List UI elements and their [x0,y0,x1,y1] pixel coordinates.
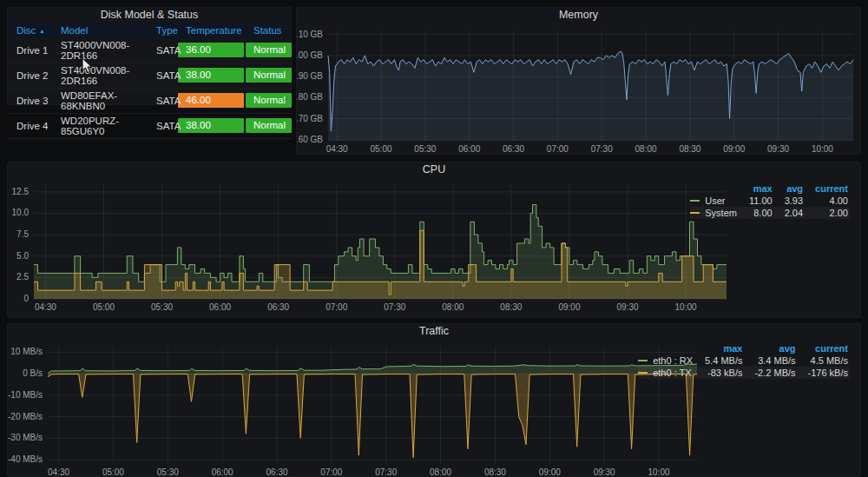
legend-column-max[interactable]: max [739,182,774,195]
svg-text:06:30: 06:30 [267,302,289,312]
panel-title-traffic[interactable]: Traffic [8,324,860,339]
table-row: Drive 1ST4000VN008-2DR166SATA36.00Normal [8,38,293,63]
cell-temperature: 38.00 [177,63,245,89]
legend-spacer [638,342,694,354]
legend-value: -83 kB/s [694,367,744,379]
svg-text:08:30: 08:30 [484,467,506,477]
legend-series-eth0-tx[interactable]: eth0 : TX [638,367,694,379]
cell-disc: Drive 2 [8,63,52,89]
legend-column-current[interactable]: current [805,182,850,195]
legend-value: 4.5 MB/s [798,354,850,367]
memory-chart[interactable]: 2.60 GB2.70 GB2.80 GB2.90 GB3.00 GB3.10 … [297,23,860,154]
svg-text:3.10 GB: 3.10 GB [297,30,323,39]
svg-text:05:00: 05:00 [93,302,115,312]
svg-text:-20 MB/s: -20 MB/s [8,412,43,421]
grafana-dashboard: Disk Model & Status Disc▴ModelTypeTemper… [0,0,868,477]
sort-asc-icon: ▴ [40,27,43,35]
cell-type: SATA [148,63,177,89]
svg-text:09:00: 09:00 [723,144,745,154]
svg-text:04:30: 04:30 [48,467,69,477]
svg-text:0 B/s: 0 B/s [23,368,43,378]
series-color-icon [690,212,700,214]
cell-status: Normal [245,38,293,63]
svg-text:2.90 GB: 2.90 GB [297,71,323,81]
svg-text:-40 MB/s: -40 MB/s [8,454,43,464]
svg-text:04:30: 04:30 [35,302,56,312]
svg-text:-10 MB/s: -10 MB/s [8,390,43,400]
cell-model: ST4000VN008-2DR166 [52,38,148,63]
svg-text:10:00: 10:00 [648,467,669,477]
svg-text:09:30: 09:30 [594,467,615,477]
panel-traffic: Traffic 10 MB/s0 B/s-10 MB/s-20 MB/s-30 … [7,323,861,477]
traffic-legend: maxavgcurrenteth0 : RX5.4 MB/s3.4 MB/s4.… [638,342,850,379]
svg-text:05:30: 05:30 [157,467,179,477]
cell-type: SATA [148,89,177,114]
panel-title-memory[interactable]: Memory [297,8,860,23]
legend-column-current[interactable]: current [798,342,850,354]
series-color-icon [638,360,648,361]
cell-status: Normal [245,114,293,139]
column-header-disc[interactable]: Disc▴ [8,23,52,38]
svg-text:09:30: 09:30 [767,144,789,154]
svg-text:05:00: 05:00 [102,467,124,477]
cell-type: SATA [148,38,177,63]
cell-model: WD80EFAX-68KNBN0 [52,89,148,114]
cell-type: SATA [148,114,177,139]
legend-value: -176 kB/s [798,367,850,379]
svg-text:06:30: 06:30 [503,144,524,154]
column-header-status[interactable]: Status [245,23,293,38]
legend-column-max[interactable]: max [694,342,744,354]
legend-value: 3.4 MB/s [744,354,797,367]
svg-text:06:00: 06:00 [209,302,231,312]
svg-text:09:00: 09:00 [539,467,561,477]
cell-disc: Drive 3 [8,89,52,114]
svg-text:08:30: 08:30 [679,144,700,154]
cell-disc: Drive 4 [8,114,52,139]
legend-row: System8.002.042.00 [690,207,850,219]
svg-text:12.5: 12.5 [12,187,30,196]
cell-status: Normal [245,63,293,89]
legend-series-system[interactable]: System [690,207,739,219]
svg-text:2.60 GB: 2.60 GB [297,135,323,144]
traffic-chart[interactable]: 10 MB/s0 B/s-10 MB/s-20 MB/s-30 MB/s-40 … [8,339,700,477]
legend-spacer [690,182,739,195]
cpu-chart[interactable]: 02.55.07.510.012.504:3005:0005:3006:0006… [8,177,730,318]
svg-text:08:00: 08:00 [635,144,657,154]
svg-text:10 MB/s: 10 MB/s [10,347,43,356]
table-row: Drive 3WD80EFAX-68KNBN0SATA46.00Normal [8,89,293,114]
svg-text:2.70 GB: 2.70 GB [297,114,323,123]
legend-row: eth0 : TX-83 kB/s-2.2 MB/s-176 kB/s [638,367,850,379]
panel-title-disk[interactable]: Disk Model & Status [8,8,291,23]
legend-series-user[interactable]: User [690,195,739,207]
cell-temperature: 38.00 [177,114,245,139]
svg-text:07:00: 07:00 [547,144,569,154]
legend-column-avg[interactable]: avg [774,182,805,195]
svg-text:08:00: 08:00 [442,302,464,312]
svg-text:06:30: 06:30 [266,467,287,477]
legend-row: User11.003.934.00 [690,195,850,207]
panel-resize-handle-icon[interactable] [282,96,289,103]
panel-title-cpu[interactable]: CPU [8,162,860,177]
svg-text:06:00: 06:00 [458,144,480,154]
svg-text:06:00: 06:00 [212,467,233,477]
svg-text:2.80 GB: 2.80 GB [297,92,323,102]
legend-value: 11.00 [739,195,774,207]
legend-series-eth0-rx[interactable]: eth0 : RX [638,354,694,367]
column-header-temperature[interactable]: Temperature [177,23,245,38]
column-header-model[interactable]: Model [52,23,148,38]
panel-memory: Memory 2.60 GB2.70 GB2.80 GB2.90 GB3.00 … [296,7,861,155]
svg-text:07:00: 07:00 [320,467,342,477]
table-row: Drive 4WD20PURZ-85GU6Y0SATA38.00Normal [8,114,293,139]
series-color-icon [638,372,648,374]
svg-text:07:30: 07:30 [384,302,405,312]
cell-model: ST4000VN008-2DR166 [52,63,148,89]
svg-text:05:00: 05:00 [370,144,391,154]
column-header-type[interactable]: Type [148,23,177,38]
svg-text:0: 0 [23,294,29,303]
svg-text:07:30: 07:30 [591,144,613,154]
cpu-legend: maxavgcurrentUser11.003.934.00System8.00… [690,182,850,219]
mouse-cursor-icon [82,57,93,74]
svg-text:5.0: 5.0 [16,251,29,261]
legend-value: 5.4 MB/s [694,354,744,367]
legend-column-avg[interactable]: avg [744,342,797,354]
